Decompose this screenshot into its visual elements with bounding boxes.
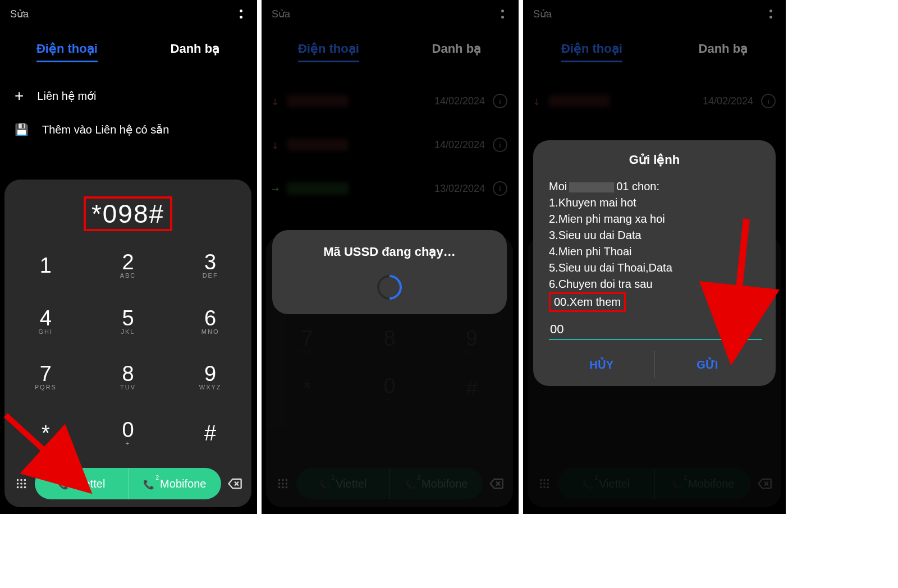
info-icon[interactable]: i xyxy=(493,94,507,108)
save-icon xyxy=(15,123,29,136)
call-log: ↘14/02/2024i ↘14/02/2024i ↗13/02/2024i xyxy=(262,79,517,210)
annotation-arrow xyxy=(0,404,84,496)
tab-phone[interactable]: Điện thoại xyxy=(298,42,359,62)
key-2[interactable]: 2ABC xyxy=(87,237,169,293)
contact-name-redacted xyxy=(287,139,349,151)
svg-point-16 xyxy=(278,486,281,489)
backspace-icon xyxy=(486,476,506,491)
key-4[interactable]: 4GHI xyxy=(4,293,87,349)
call-log-row[interactable]: ↘14/02/2024i xyxy=(531,79,778,123)
svg-point-25 xyxy=(540,486,542,489)
svg-point-23 xyxy=(543,483,546,485)
svg-point-24 xyxy=(547,483,549,485)
call-date: 14/02/2024 xyxy=(703,95,753,107)
svg-point-11 xyxy=(282,479,284,481)
svg-point-20 xyxy=(543,479,546,481)
screenshots-container: Sửa Điện thoại Danh bạ Liên hệ mới Thêm … xyxy=(0,0,786,514)
sim2-label: Mobifone xyxy=(160,477,206,490)
phone-screen-3: Sửa Điện thoại Danh bạ ↘14/02/2024i 7PQR… xyxy=(523,0,786,514)
dial-display: *098# xyxy=(4,180,251,237)
tab-phone[interactable]: Điện thoại xyxy=(36,42,98,62)
ussd-option-highlight: 00.Xem them xyxy=(549,292,626,312)
phone-icon: 2 xyxy=(143,477,155,490)
ussd-running-message: Mã USSD đang chạy… xyxy=(323,245,455,259)
key-3[interactable]: 3DEF xyxy=(169,237,251,293)
ussd-option: 1.Khuyen mai hot xyxy=(549,195,760,211)
key-6[interactable]: 6MNO xyxy=(169,293,251,349)
edit-link[interactable]: Sửa xyxy=(10,8,29,20)
call-log-row[interactable]: ↘14/02/2024i xyxy=(269,123,510,167)
svg-point-17 xyxy=(282,486,284,489)
send-button[interactable]: GỬI xyxy=(654,351,760,378)
new-contact-row[interactable]: Liên hệ mới xyxy=(10,78,246,114)
svg-point-12 xyxy=(286,479,288,481)
incoming-icon: ↘ xyxy=(530,95,543,108)
ussd-dialog-title: Gửi lệnh xyxy=(549,153,760,167)
incoming-icon: ↘ xyxy=(269,95,282,108)
info-icon[interactable]: i xyxy=(761,94,776,108)
call-date: 14/02/2024 xyxy=(434,139,485,151)
tab-contacts[interactable]: Danh bạ xyxy=(171,42,220,62)
svg-point-19 xyxy=(540,479,542,481)
key-9[interactable]: 9WXYZ xyxy=(169,348,251,405)
outgoing-icon: ↗ xyxy=(269,182,282,195)
cancel-button[interactable]: HỦY xyxy=(549,351,654,378)
svg-point-13 xyxy=(278,483,281,485)
tab-contacts[interactable]: Danh bạ xyxy=(699,42,748,62)
ussd-running-dialog: Mã USSD đang chạy… xyxy=(272,230,507,314)
edit-link[interactable]: Sửa xyxy=(533,8,552,20)
key-8[interactable]: 8TUV xyxy=(87,348,169,405)
key-1[interactable]: 1 xyxy=(4,237,87,293)
add-existing-label: Thêm vào Liên hệ có sẵn xyxy=(42,123,169,136)
key-5[interactable]: 5JKL xyxy=(87,293,169,349)
key-7[interactable]: 7PQRS xyxy=(4,348,87,405)
more-icon[interactable] xyxy=(236,6,246,22)
svg-point-10 xyxy=(278,479,281,481)
key-hash[interactable]: # xyxy=(169,405,251,461)
phone-screen-1: Sửa Điện thoại Danh bạ Liên hệ mới Thêm … xyxy=(0,0,256,514)
call-date: 13/02/2024 xyxy=(434,183,485,195)
call-log-row[interactable]: ↗13/02/2024i xyxy=(269,167,510,210)
more-icon[interactable] xyxy=(766,6,776,22)
call-date: 14/02/2024 xyxy=(434,95,485,107)
svg-line-28 xyxy=(735,219,746,325)
info-icon[interactable]: i xyxy=(493,137,507,152)
phone-number-redacted xyxy=(569,182,614,192)
svg-point-14 xyxy=(282,483,284,485)
svg-point-22 xyxy=(540,483,542,485)
incoming-icon: ↘ xyxy=(269,139,282,151)
svg-point-26 xyxy=(543,486,546,489)
call-log: ↘14/02/2024i xyxy=(523,79,786,123)
spinner-icon xyxy=(372,270,407,305)
svg-line-9 xyxy=(6,415,67,471)
svg-point-27 xyxy=(547,486,549,489)
svg-point-18 xyxy=(286,486,288,489)
phone-screen-2: Sửa Điện thoại Danh bạ ↘14/02/2024i ↘14/… xyxy=(262,0,517,514)
tab-phone[interactable]: Điện thoại xyxy=(561,42,622,62)
contact-name-redacted xyxy=(287,182,349,195)
more-icon[interactable] xyxy=(497,6,507,22)
key-0[interactable]: 0+ xyxy=(87,405,169,461)
svg-point-15 xyxy=(286,483,288,485)
sim2-call[interactable]: 2Mobifone xyxy=(128,468,222,499)
annotation-arrow xyxy=(713,213,769,344)
contact-name-redacted xyxy=(287,95,349,107)
backspace-icon[interactable] xyxy=(224,476,245,491)
dialed-number: *098# xyxy=(84,196,172,231)
tab-contacts[interactable]: Danh bạ xyxy=(432,42,482,62)
info-icon[interactable]: i xyxy=(493,181,507,196)
svg-point-21 xyxy=(547,479,549,481)
edit-link[interactable]: Sửa xyxy=(272,8,290,20)
call-button-dimmed: 1Viettel 2Mobifone xyxy=(296,468,483,499)
call-log-row[interactable]: ↘14/02/2024i xyxy=(269,79,510,123)
contact-name-redacted xyxy=(548,95,610,107)
add-existing-row[interactable]: Thêm vào Liên hệ có sẵn xyxy=(10,114,246,145)
new-contact-label: Liên hệ mới xyxy=(37,89,96,103)
keypad-toggle-icon xyxy=(273,477,293,490)
plus-icon xyxy=(15,87,24,105)
